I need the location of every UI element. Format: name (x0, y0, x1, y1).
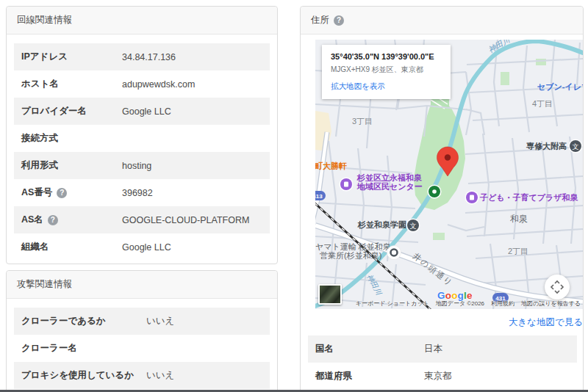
view-larger-map-row: 大きな地図で見る (315, 312, 583, 333)
map-info-card: 35°40'35.0"N 139°39'00.0"E MJGX+HX9 杉並区、… (322, 45, 451, 99)
terms-link[interactable]: 利用規約 (491, 300, 514, 308)
map-label-district: 3丁目 (352, 117, 373, 126)
attack-info-card: 攻撃関連情報 クローラーであるか いいえ クローラー名 プロキシを使用しているか… (6, 270, 278, 392)
yamato-marker-icon[interactable] (387, 246, 401, 260)
google-map-embed[interactable]: 413 431 神田川 神田川 3丁目 4丁目 2丁目 和泉 セブン-イレブ 専… (315, 40, 583, 309)
table-row: クローラーであるか いいえ (14, 308, 270, 335)
attack-info-card-header: 攻撃関連情報 (7, 271, 277, 299)
row-label: クローラー名 (21, 342, 77, 355)
map-label-district: 4丁目 (532, 99, 553, 108)
address-card-header: 住所 ? (301, 7, 583, 35)
attack-info-title: 攻撃関連情報 (17, 278, 72, 291)
satellite-view-toggle[interactable] (318, 284, 342, 305)
map-label-river: 神田川 (365, 273, 383, 297)
park-marker-icon[interactable] (428, 185, 442, 199)
row-value: 34.84.17.136 (122, 52, 176, 62)
table-row: 接続方式 (14, 125, 270, 152)
table-row: 都道府県 東京都 (308, 363, 577, 390)
row-label: AS名 (21, 214, 43, 226)
table-row: IPアドレス 34.84.17.136 (14, 43, 270, 70)
map-data-copyright: 地図データ ©2026 (436, 300, 484, 308)
address-title: 住所 (311, 14, 329, 26)
table-row: クローラー名 (14, 335, 270, 362)
map-poi-senshu-school[interactable]: 専修大附高 (526, 142, 567, 150)
table-row: ホスト名 adupwewdsk.com (14, 70, 270, 98)
table-row: 利用形式 hosting (14, 152, 270, 179)
map-poi-ramen[interactable]: 福町大勝軒 (315, 161, 347, 170)
map-poi-community-center[interactable]: 杉並区立永福和泉 (356, 173, 423, 182)
enlarge-map-link[interactable]: 拡大地図を表示 (331, 81, 385, 92)
school-glyph: 文 (573, 143, 579, 150)
help-icon[interactable]: ? (57, 188, 67, 198)
community-center-marker-icon[interactable] (340, 178, 354, 192)
view-larger-map-link[interactable]: 大きな地図で見る (509, 317, 583, 327)
route-shield-label: 413 (315, 193, 323, 200)
map-poi-seven-eleven[interactable]: セブン-イレブ (537, 82, 583, 91)
line-info-card-header: 回線関連情報 (7, 7, 277, 35)
report-map-error-link[interactable]: 地図の誤りを報告する (521, 300, 581, 308)
map-poi-gakuen-school[interactable]: 杉並和泉学園 (357, 220, 406, 229)
row-value: adupwewdsk.com (122, 79, 195, 90)
row-label: AS番号 (21, 186, 52, 199)
school-glyph: 文 (410, 222, 417, 230)
route-shield-413: 413 (315, 191, 326, 200)
row-value: GOOGLE-CLOUD-PLATFORM (122, 215, 249, 225)
map-pluscode-address: MJGX+HX9 杉並区、東京都 (331, 65, 442, 75)
table-row: 国名 日本 (308, 335, 577, 363)
map-coordinates: 35°40'35.0"N 139°39'00.0"E (331, 52, 442, 61)
map-green-patch (433, 233, 445, 240)
row-label: プロバイダー名 (21, 105, 87, 117)
row-value: 東京都 (424, 370, 452, 382)
row-label: 組織名 (21, 241, 49, 253)
row-label: 利用形式 (21, 159, 58, 172)
map-poi-yamato[interactable]: ヤマト運輸 杉並和泉 (315, 242, 391, 251)
row-value: 396982 (122, 188, 153, 198)
row-label: 国名 (315, 343, 334, 355)
table-row: AS名 ? GOOGLE-CLOUD-PLATFORM (14, 206, 270, 233)
senshu-school-marker-icon[interactable]: 文 (569, 139, 583, 153)
pan-arrows-icon (545, 275, 570, 300)
map-green-patch (536, 59, 546, 65)
line-info-table: IPアドレス 34.84.17.136 ホスト名 adupwewdsk.com … (7, 35, 277, 265)
map-poi-yamato[interactable]: 営業所(杉並和泉) (320, 251, 381, 260)
address-table: 国名 日本 都道府県 東京都 (308, 335, 577, 392)
map-attribution: キーボード ショートカット 地図データ ©2026 利用規約 地図の誤りを報告す… (356, 300, 581, 308)
row-value: いいえ (146, 315, 174, 327)
map-green-patch (501, 72, 509, 85)
table-row: AS番号 ? 396982 (14, 179, 270, 206)
map-pan-control[interactable] (545, 275, 570, 300)
row-label: プロキシを使用しているか (21, 369, 134, 382)
line-info-title: 回線関連情報 (17, 14, 72, 26)
line-info-card: 回線関連情報 IPアドレス 34.84.17.136 ホスト名 adupwewd… (6, 6, 278, 264)
row-value: 日本 (424, 343, 442, 355)
kodomo-plaza-marker-icon[interactable] (465, 191, 479, 205)
address-card: 住所 ? (300, 6, 584, 392)
row-value: Google LLC (122, 106, 171, 117)
row-value: hosting (122, 161, 151, 171)
table-row: プロバイダー名 Google LLC (14, 98, 270, 125)
map-poi-kodomo-plaza[interactable]: 子ども・子育てプラザ和泉 (479, 192, 579, 202)
gakuen-school-marker-icon[interactable]: 文 (406, 219, 420, 233)
row-label: クローラーであるか (21, 315, 106, 327)
help-icon[interactable]: ? (334, 15, 344, 26)
row-value: いいえ (146, 369, 174, 382)
row-label: ホスト名 (21, 78, 59, 90)
help-icon[interactable]: ? (48, 215, 58, 225)
table-row: プロキシを使用しているか いいえ (14, 362, 270, 389)
row-label: 接続方式 (21, 132, 58, 145)
map-label-area: 和泉 (510, 214, 528, 224)
keyboard-shortcuts-link[interactable]: キーボード ショートカット (356, 300, 429, 308)
map-label-district: 2丁目 (508, 247, 528, 255)
attack-info-table: クローラーであるか いいえ クローラー名 プロキシを使用しているか いいえ (7, 299, 277, 392)
table-row: 組織名 Google LLC (14, 233, 270, 261)
row-label: IPアドレス (21, 51, 68, 63)
row-label: 都道府県 (315, 370, 352, 382)
map-poi-community-center[interactable]: 地域区民センター (356, 182, 423, 191)
map-label-street: 井の頭通り (412, 251, 455, 288)
row-value: Google LLC (122, 242, 171, 253)
